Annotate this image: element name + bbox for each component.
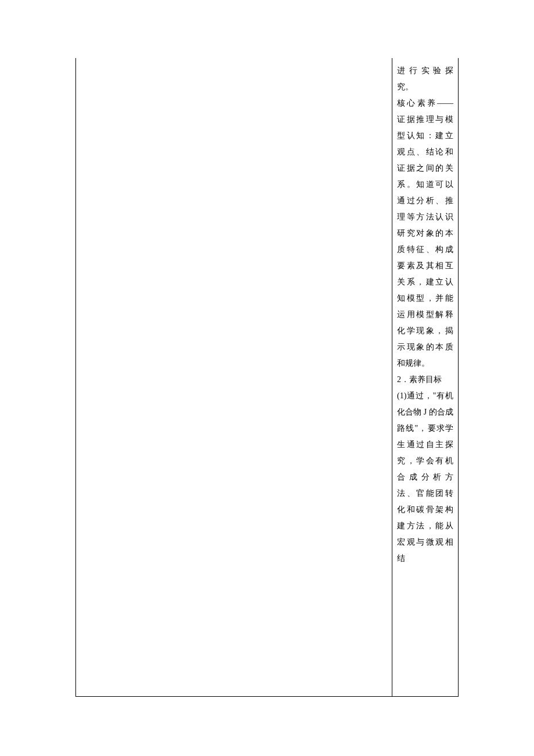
text-line: (1)通过，"有机化合物 J 的合成路线"，要求学生通过自主探究，学会有机合成分… (397, 388, 453, 567)
document-page: 进行实验探究。 核心素养——证据推理与模型认知：建立观点、结论和证据之间的关系。… (0, 0, 534, 756)
content-table: 进行实验探究。 核心素养——证据推理与模型认知：建立观点、结论和证据之间的关系。… (75, 58, 459, 697)
table-left-column (76, 58, 392, 696)
text-line: 核心素养——证据推理与模型认知：建立观点、结论和证据之间的关系。知道可以通过分析… (397, 95, 453, 372)
text-line: 2．素养目标 (397, 372, 453, 388)
table-right-column: 进行实验探究。 核心素养——证据推理与模型认知：建立观点、结论和证据之间的关系。… (392, 58, 458, 696)
text-line: 进行实验探究。 (397, 63, 453, 95)
